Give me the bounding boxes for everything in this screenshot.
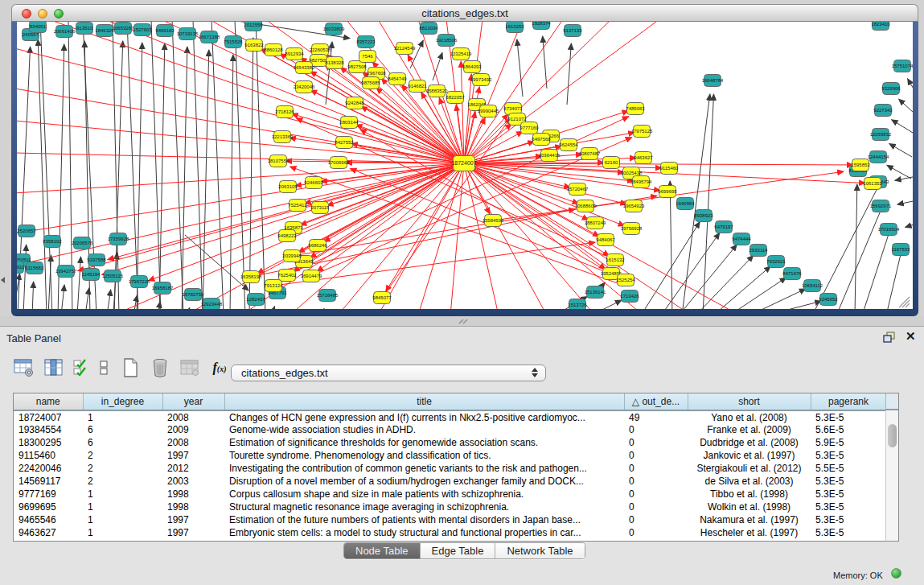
network-node[interactable]: 1167533 bbox=[892, 244, 911, 256]
column-header-pagerank[interactable]: pagerank bbox=[811, 393, 886, 410]
network-node[interactable]: 9875685 bbox=[361, 77, 380, 89]
network-node[interactable]: 7913124 bbox=[264, 280, 283, 292]
network-node[interactable]: 9624554 bbox=[559, 139, 578, 151]
network-node[interactable]: 6497568 bbox=[532, 134, 551, 146]
network-node[interactable]: 9115460 bbox=[660, 163, 680, 175]
network-node[interactable]: 20364436 bbox=[539, 150, 561, 162]
network-node[interactable]: 834051 bbox=[30, 22, 47, 33]
network-node[interactable]: 8427552 bbox=[335, 137, 354, 149]
network-node[interactable]: 20206576 bbox=[72, 237, 93, 249]
network-node[interactable]: 1513726 bbox=[568, 299, 587, 310]
table-row[interactable]: 969969511998Structural magnetic resonanc… bbox=[14, 501, 886, 513]
row-checks-icon[interactable] bbox=[72, 356, 88, 379]
network-node[interactable]: 10688609 bbox=[575, 200, 597, 212]
network-node[interactable]: 1282437 bbox=[246, 294, 265, 306]
divider-handle-icon[interactable] bbox=[458, 319, 469, 324]
collapse-panel-arrow-icon[interactable] bbox=[1, 277, 5, 283]
network-node[interactable]: 19756928 bbox=[621, 223, 643, 235]
new-document-icon[interactable] bbox=[119, 356, 142, 379]
table-row[interactable]: 1938455462009Genome-wide association stu… bbox=[14, 423, 886, 436]
network-node[interactable]: 10807487 bbox=[579, 148, 601, 160]
network-node[interactable]: 7546 bbox=[359, 51, 376, 63]
network-node[interactable]: 7485063 bbox=[626, 103, 645, 115]
network-node[interactable]: 20691406 bbox=[54, 26, 76, 38]
network-node[interactable]: 1823410 bbox=[871, 22, 890, 31]
panel-divider[interactable] bbox=[0, 316, 924, 326]
network-node[interactable]: 7515526 bbox=[224, 36, 243, 48]
network-node[interactable]: 10654112 bbox=[802, 280, 823, 292]
network-node[interactable]: 9498222 bbox=[277, 230, 297, 242]
network-node[interactable]: 9463627 bbox=[634, 152, 653, 164]
network-node[interactable]: 12213363 bbox=[272, 131, 294, 143]
network-node[interactable]: 1145194 bbox=[82, 269, 101, 281]
network-node[interactable]: 19990445 bbox=[478, 105, 499, 117]
network-node[interactable]: 2063105 bbox=[278, 181, 298, 193]
function-icon[interactable]: f(x) bbox=[208, 356, 231, 379]
network-node[interactable]: 8138328 bbox=[325, 57, 344, 69]
network-node[interactable]: 13942757 bbox=[55, 266, 77, 278]
network-node[interactable]: 12505115 bbox=[102, 270, 124, 282]
network-node[interactable]: 8912934 bbox=[285, 48, 304, 60]
network-node[interactable]: 19973493 bbox=[470, 74, 492, 86]
float-window-icon[interactable] bbox=[883, 332, 896, 344]
network-node[interactable]: 2039948 bbox=[282, 250, 302, 262]
network-node[interactable]: 8358102 bbox=[43, 236, 62, 248]
network-node[interactable]: 9246603 bbox=[304, 177, 323, 189]
network-node[interactable]: 7632621 bbox=[766, 256, 786, 268]
network-node[interactable]: 18724007 bbox=[451, 156, 476, 171]
table-row[interactable]: 1830029562008Estimation of significance … bbox=[14, 436, 886, 449]
network-node[interactable]: 6479197 bbox=[714, 221, 733, 233]
network-node[interactable]: 12923448 bbox=[201, 299, 223, 310]
tab-edge-table[interactable]: Edge Table bbox=[421, 543, 496, 558]
network-node[interactable]: 9845077 bbox=[372, 292, 392, 304]
network-node[interactable]: 9163822 bbox=[244, 39, 264, 51]
network-node[interactable]: 9245652 bbox=[819, 294, 838, 306]
table-row[interactable]: 1872400712008Changes of HCN gene express… bbox=[14, 410, 886, 423]
network-node[interactable]: 1864093 bbox=[462, 61, 482, 73]
network-node[interactable]: 9329966 bbox=[881, 83, 901, 95]
table-select-dropdown[interactable]: citations_edges.txt bbox=[231, 365, 546, 381]
network-node[interactable]: 8860128 bbox=[264, 44, 283, 56]
network-node[interactable]: 9474444 bbox=[732, 233, 751, 245]
network-node[interactable]: 1615132 bbox=[606, 254, 625, 266]
delete-table-disabled-icon[interactable] bbox=[179, 356, 201, 379]
network-node[interactable]: 23420046 bbox=[294, 81, 315, 93]
network-node[interactable]: 9146821 bbox=[408, 80, 427, 93]
network-node[interactable]: 15692971 bbox=[870, 200, 892, 212]
network-node[interactable]: 1527607 bbox=[133, 24, 152, 36]
network-window-titlebar[interactable]: citations_edges.txt bbox=[11, 4, 918, 22]
network-node[interactable]: 19654923 bbox=[623, 200, 645, 212]
scrollbar-thumb[interactable] bbox=[888, 424, 897, 447]
network-node[interactable]: 2012558 bbox=[244, 22, 263, 31]
column-header-name[interactable]: name bbox=[14, 393, 83, 410]
network-node[interactable]: 1640954 bbox=[676, 198, 695, 210]
network-node[interactable]: 16914479 bbox=[301, 270, 322, 282]
network-node[interactable]: 12444154 bbox=[868, 151, 889, 163]
network-node[interactable]: 7525412 bbox=[288, 200, 307, 212]
network-node[interactable]: 1061353 bbox=[863, 178, 882, 190]
tab-network-table[interactable]: Network Table bbox=[495, 543, 584, 558]
network-node[interactable]: 15584594 bbox=[483, 215, 504, 227]
network-node[interactable]: 9227343 bbox=[873, 105, 893, 117]
column-header-title[interactable]: title bbox=[224, 393, 624, 410]
network-node[interactable]: 1928374 bbox=[532, 22, 551, 30]
network-node[interactable]: 8454749 bbox=[388, 73, 407, 85]
network-node[interactable]: 17957225 bbox=[129, 276, 150, 288]
network-node[interactable]: 12093832 bbox=[870, 129, 892, 141]
network-node[interactable]: 28495794 bbox=[630, 176, 652, 188]
network-node[interactable]: 8357223 bbox=[356, 36, 376, 48]
table-row[interactable]: 2242004622012Investigating the contribut… bbox=[14, 462, 886, 475]
network-node[interactable]: 10719135 bbox=[177, 28, 199, 40]
network-node[interactable]: 12325419 bbox=[450, 48, 472, 60]
network-node[interactable]: 16358198 bbox=[240, 271, 262, 283]
network-node[interactable]: 9137133 bbox=[563, 25, 582, 37]
network-node[interactable]: 16543382 bbox=[294, 62, 315, 74]
network-node[interactable]: 16782759 bbox=[183, 289, 204, 301]
network-node[interactable]: 1115682 bbox=[26, 262, 44, 274]
network-node[interactable]: 9297588 bbox=[87, 254, 106, 266]
network-node[interactable]: 1595853 bbox=[851, 159, 870, 171]
network-node[interactable]: 18107554 bbox=[268, 155, 290, 167]
network-node[interactable]: 62160 bbox=[603, 157, 620, 169]
network-node[interactable]: 8813034 bbox=[419, 23, 438, 35]
network-node[interactable]: 15720467 bbox=[567, 183, 589, 196]
